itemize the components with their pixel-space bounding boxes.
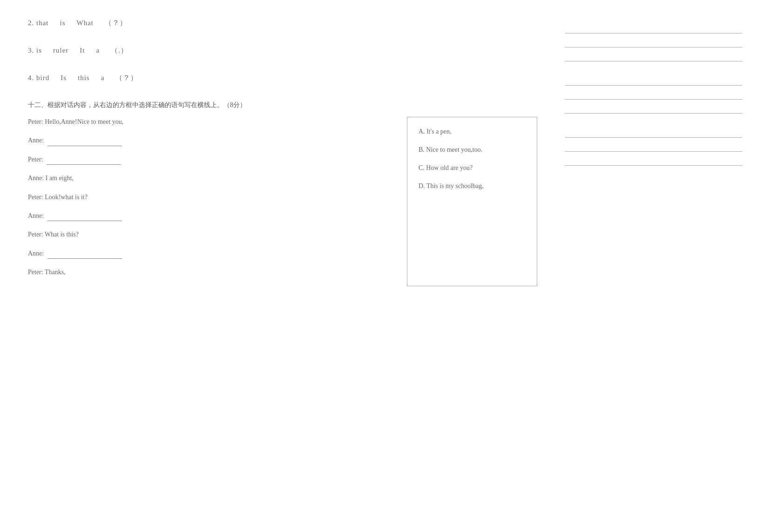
speaker-peter-5: Peter: Thanks, — [28, 269, 66, 276]
answer-line-2-2[interactable] — [565, 89, 742, 100]
right-section — [565, 19, 742, 286]
option-c-label: C. — [419, 164, 425, 171]
answer-line-2-1[interactable] — [565, 75, 742, 86]
blank-peter-2[interactable] — [47, 164, 121, 165]
answer-lines-group-3 — [565, 128, 742, 166]
dialogue-line-anne-4: Anne: — [28, 249, 393, 259]
answer-line-3-1[interactable] — [565, 128, 742, 138]
speaker-peter-1: Peter: Hello,Anne!Nice to meet you, — [28, 118, 123, 125]
speaker-peter-3: Peter: Look!what is it? — [28, 194, 88, 201]
blank-anne-1[interactable] — [47, 146, 122, 146]
sentence-item-3: 3. is ruler It a （.） — [28, 46, 537, 55]
sentence-item-4: 4. bird Is this a （？） — [28, 74, 537, 82]
answer-line-2-3[interactable] — [565, 103, 742, 114]
blank-anne-4[interactable] — [47, 258, 122, 259]
option-a-text: It's a pen, — [426, 128, 451, 135]
speaker-anne-1: Anne: — [28, 137, 44, 144]
sentence-3-word-2: ruler — [53, 47, 68, 54]
answer-line-1-1[interactable] — [565, 23, 742, 34]
option-d-label: D. — [419, 182, 425, 189]
option-a: A. It's a pen, — [419, 127, 526, 136]
dialogue-left: Peter: Hello,Anne!Nice to meet you, Anne… — [28, 117, 393, 286]
dialogue-line-peter-4: Peter: What is this? — [28, 229, 393, 240]
sentence-2-word-1: 2. that — [28, 19, 49, 27]
speaker-peter-4: Peter: What is this? — [28, 231, 79, 238]
sentence-4-word-3: this — [78, 74, 90, 82]
speaker-anne-3: Anne: — [28, 212, 44, 219]
blank-anne-3[interactable] — [47, 221, 122, 221]
sentence-2-word-4: （？） — [105, 19, 127, 27]
option-b: B. Nice to meet you,too. — [419, 145, 526, 155]
sentence-2-word-3: What — [77, 19, 94, 27]
answer-line-1-3[interactable] — [565, 51, 742, 61]
sentence-3-words: 3. is ruler It a （.） — [28, 46, 537, 55]
option-b-label: B. — [419, 146, 425, 153]
page-container: 2. that is What （？） 3. is ruler It a （.） — [28, 19, 742, 286]
dialogue-line-anne-2: Anne: I am eight, — [28, 173, 393, 183]
dialogue-container: Peter: Hello,Anne!Nice to meet you, Anne… — [28, 117, 537, 286]
option-c: C. How old are you? — [419, 163, 526, 173]
sentence-4-word-2: Is — [61, 74, 67, 82]
option-d: D. This is my schoolbag, — [419, 181, 526, 191]
dialogue-line-peter-2: Peter: — [28, 155, 393, 165]
sentence-4-word-4: a — [101, 74, 105, 82]
sentence-3-word-5: （.） — [111, 46, 128, 55]
dialogue-section: 十二、根据对话内容，从右边的方框中选择正确的语句写在横线上。（8分） Peter… — [28, 101, 537, 286]
answer-line-1-2[interactable] — [565, 37, 742, 47]
sentence-3-word-3: It — [80, 47, 85, 54]
options-box: A. It's a pen, B. Nice to meet you,too. … — [407, 117, 537, 286]
speaker-peter-2: Peter: — [28, 156, 43, 163]
sentence-item-2: 2. that is What （？） — [28, 19, 537, 27]
sentence-2-word-2: is — [60, 19, 66, 27]
sentence-3-word-1: 3. is — [28, 47, 42, 54]
option-a-label: A. — [419, 128, 425, 135]
sentence-2-words: 2. that is What （？） — [28, 19, 537, 27]
speaker-anne-4: Anne: — [28, 250, 44, 257]
option-d-text: This is my schoolbag, — [426, 182, 484, 189]
left-section: 2. that is What （？） 3. is ruler It a （.） — [28, 19, 547, 286]
sentence-4-words: 4. bird Is this a （？） — [28, 74, 537, 82]
dialogue-line-peter-5: Peter: Thanks, — [28, 267, 393, 277]
answer-line-3-2[interactable] — [565, 141, 742, 152]
sentence-4-word-5: （？） — [115, 74, 138, 82]
option-c-text: How old are you? — [426, 164, 473, 171]
option-b-text: Nice to meet you,too. — [426, 146, 482, 153]
answer-lines-group-2 — [565, 75, 742, 114]
section-title: 十二、根据对话内容，从右边的方框中选择正确的语句写在横线上。（8分） — [28, 101, 537, 109]
sentence-4-word-1: 4. bird — [28, 74, 49, 82]
speaker-anne-2: Anne: I am eight, — [28, 175, 74, 182]
answer-lines-group-1 — [565, 23, 742, 61]
dialogue-line-peter-3: Peter: Look!what is it? — [28, 192, 393, 202]
dialogue-line-peter-1: Peter: Hello,Anne!Nice to meet you, — [28, 117, 393, 127]
sentence-list: 2. that is What （？） 3. is ruler It a （.） — [28, 19, 537, 82]
sentence-3-word-4: a — [96, 47, 100, 54]
answer-line-3-3[interactable] — [565, 155, 742, 166]
dialogue-line-anne-3: Anne: — [28, 211, 393, 221]
dialogue-line-anne-1: Anne: — [28, 135, 393, 146]
